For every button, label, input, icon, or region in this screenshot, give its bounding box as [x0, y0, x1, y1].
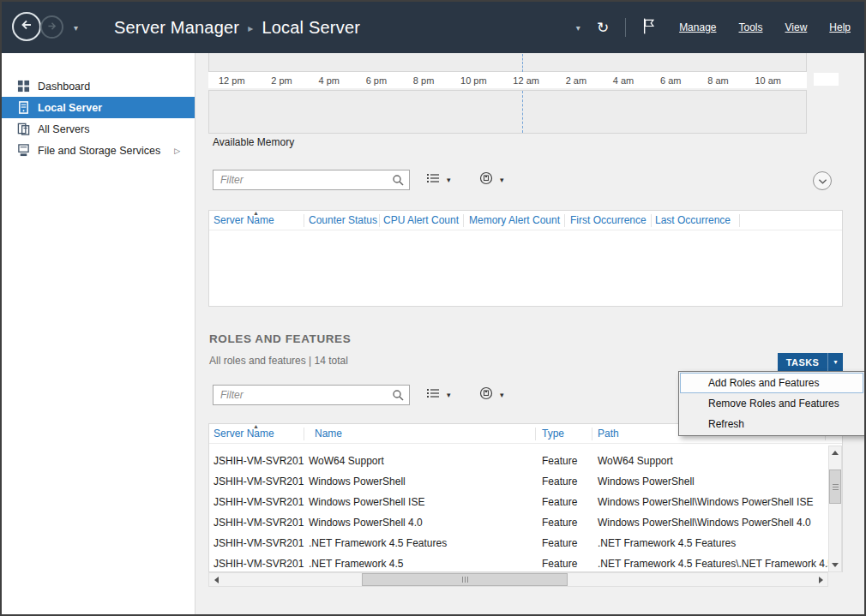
sidebar-item-local-server[interactable]: Local Server [2, 97, 195, 118]
server-manager-window: ▾ Server Manager ▸ Local Server ▾ ↻ Mana… [0, 0, 866, 616]
table-row[interactable]: JSHIH-VM-SVR201 Windows PowerShell Featu… [209, 471, 842, 492]
cell-name: WoW64 Support [309, 451, 384, 471]
cell-path: Windows PowerShell\Windows PowerShell IS… [598, 492, 813, 512]
thumb-grip [833, 487, 839, 487]
cell-name: Windows PowerShell ISE [309, 492, 424, 512]
thumb-grip [833, 484, 839, 485]
save-query-icon [479, 171, 493, 188]
history-caret-icon[interactable]: ▾ [74, 23, 78, 33]
chevron-down-icon [818, 173, 827, 188]
menu-help[interactable]: Help [829, 21, 851, 33]
chart-time-marker [522, 54, 523, 72]
column-divider [564, 214, 565, 227]
cell-name: Windows PowerShell 4.0 [309, 512, 423, 533]
scroll-down-button[interactable] [829, 559, 841, 571]
column-header-server-name[interactable]: Server Name [213, 424, 274, 444]
column-divider [651, 214, 652, 227]
forward-arrow-icon [46, 20, 57, 35]
breadcrumb-current[interactable]: Local Server [262, 18, 360, 38]
menu-item-remove-roles-and-features[interactable]: Remove Roles and Features [680, 393, 863, 414]
column-header-memory-alert-count[interactable]: Memory Alert Count [469, 211, 560, 230]
time-tick: 4 am [613, 75, 634, 86]
menu-item-refresh[interactable]: Refresh [680, 414, 863, 434]
notifications-flag-button[interactable] [642, 17, 656, 39]
column-header-type[interactable]: Type [542, 424, 564, 444]
cell-type: Feature [542, 533, 577, 553]
cell-name: Windows PowerShell [309, 471, 406, 492]
perf-criteria-button[interactable]: ▾ [421, 170, 456, 189]
vertical-scroll-thumb[interactable] [829, 469, 841, 504]
cell-path: .NET Framework 4.5 Features\.NET Framewo… [598, 553, 833, 571]
horizontal-scrollbar[interactable] [208, 572, 828, 587]
column-header-first-occurrence[interactable]: First Occurrence [570, 211, 646, 230]
topbar-actions: ▾ ↻ Manage Tools View Help [576, 2, 854, 53]
table-row[interactable]: JSHIH-VM-SVR201 Windows PowerShell ISE F… [209, 492, 842, 512]
sidebar-item-all-servers[interactable]: All Servers [2, 118, 195, 140]
tasks-button[interactable]: TASKS ▾ [778, 353, 843, 371]
time-axis-end-cap [814, 73, 839, 86]
table-row[interactable]: JSHIH-VM-SVR201 .NET Framework 4.5 Featu… [209, 533, 842, 553]
triangle-down-icon [832, 563, 839, 567]
cell-type: Feature [542, 471, 577, 492]
table-row[interactable]: JSHIH-VM-SVR201 .NET Framework 4.5 Featu… [209, 553, 842, 571]
vertical-scrollbar[interactable] [828, 446, 842, 572]
time-tick: 6 am [660, 75, 681, 86]
sort-ascending-icon: ▲ [253, 210, 259, 216]
tasks-button-label: TASKS [778, 357, 827, 368]
roles-filter-input[interactable] [213, 385, 410, 405]
menu-view[interactable]: View [785, 21, 808, 33]
menu-bar: Manage Tools View Help [679, 21, 854, 33]
column-divider [379, 214, 380, 227]
time-axis: 12 pm 2 pm 4 pm 6 pm 8 pm 10 pm 12 am 2 … [208, 72, 807, 88]
thumb-grip [833, 489, 839, 490]
scroll-up-button[interactable] [829, 446, 841, 459]
perf-filter [213, 170, 410, 190]
scroll-right-button[interactable] [814, 573, 827, 586]
column-divider [535, 428, 536, 440]
column-header-last-occurrence[interactable]: Last Occurrence [655, 211, 731, 230]
column-header-name[interactable]: Name [315, 424, 342, 444]
topbar-divider [625, 18, 626, 37]
sort-ascending-icon: ▲ [253, 423, 259, 429]
cell-path: .NET Framework 4.5 Features [598, 533, 736, 553]
menu-tools[interactable]: Tools [739, 21, 763, 33]
table-row[interactable]: JSHIH-VM-SVR201 WoW64 Support Feature Wo… [209, 451, 842, 471]
save-query-icon [479, 386, 493, 404]
sidebar-item-label: Local Server [38, 102, 102, 114]
perf-save-query-button[interactable]: ▾ [474, 170, 509, 189]
sidebar-item-dashboard[interactable]: Dashboard [2, 75, 195, 97]
caret-down-icon: ▾ [827, 353, 843, 371]
scroll-left-button[interactable] [209, 573, 223, 586]
breadcrumb-separator-icon: ▸ [248, 21, 253, 34]
expand-chevron-icon[interactable]: ▷ [174, 147, 180, 155]
menu-item-add-roles-and-features[interactable]: Add Roles and Features [680, 373, 863, 393]
time-tick: 2 am [566, 75, 586, 86]
sidebar-item-file-storage-services[interactable]: File and Storage Services ▷ [2, 140, 195, 161]
cell-type: Feature [542, 512, 577, 533]
list-icon [426, 172, 440, 188]
column-header-cpu-alert-count[interactable]: CPU Alert Count [383, 211, 459, 230]
column-divider [304, 214, 304, 227]
breadcrumb-root[interactable]: Server Manager [114, 18, 239, 38]
server-icon [17, 101, 30, 114]
horizontal-scroll-thumb[interactable] [362, 573, 568, 586]
roles-criteria-button[interactable]: ▾ [421, 386, 456, 404]
title-bar: ▾ Server Manager ▸ Local Server ▾ ↻ Mana… [2, 2, 864, 53]
server-selector-caret-icon[interactable]: ▾ [576, 23, 580, 33]
roles-save-query-button[interactable]: ▾ [474, 386, 509, 404]
table-row[interactable]: JSHIH-VM-SVR201 Windows PowerShell 4.0 F… [209, 512, 842, 533]
menu-manage[interactable]: Manage [679, 21, 716, 33]
perf-filter-input[interactable] [213, 170, 410, 190]
cell-path: WoW64 Support [598, 451, 673, 471]
cell-type: Feature [542, 553, 577, 571]
back-button[interactable] [12, 12, 41, 41]
thumb-grip [462, 577, 463, 583]
caret-down-icon: ▾ [500, 176, 504, 184]
dashboard-icon [17, 80, 30, 93]
column-header-server-name[interactable]: Server Name [213, 211, 274, 230]
collapse-section-button[interactable] [813, 171, 832, 190]
column-header-counter-status[interactable]: Counter Status [309, 211, 377, 230]
column-header-path[interactable]: Path [598, 424, 619, 444]
refresh-icon[interactable]: ↻ [597, 21, 609, 35]
forward-button[interactable] [40, 15, 63, 39]
